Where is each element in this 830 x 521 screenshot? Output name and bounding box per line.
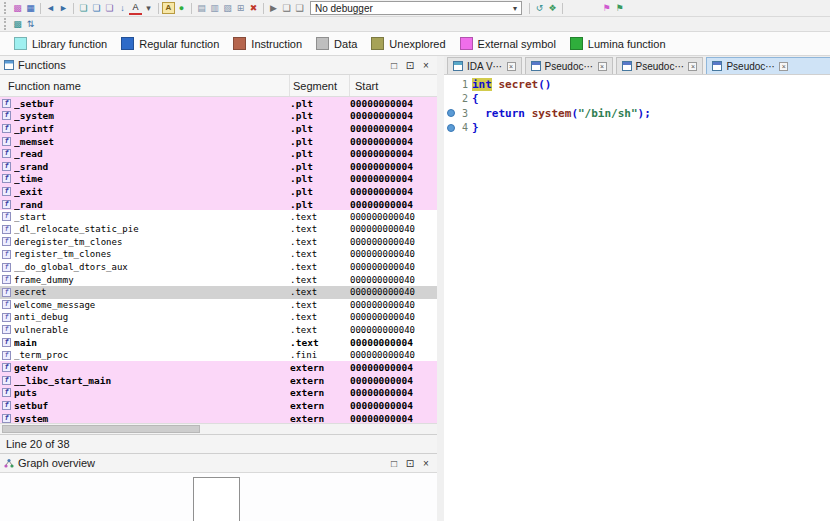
function-start-address: 00000000004 [350,148,437,159]
close-button[interactable]: × [419,58,433,72]
function-name: vulnerable [14,325,290,335]
font-color-icon[interactable]: A [129,2,142,15]
column-segment[interactable]: Segment [290,75,350,96]
function-row-anti_debug[interactable]: fanti_debug.text000000000040 [0,311,437,324]
cancel-icon[interactable]: ✖ [247,1,260,15]
gutter-spacer [447,80,455,88]
float-button[interactable]: ⊡ [403,456,417,470]
graph-overview-content[interactable] [0,473,437,521]
function-row-__libc_start_main[interactable]: f__libc_start_mainextern00000000004 [0,374,437,387]
window-buttons: □ ⊡ × [387,456,433,470]
function-row-register_tm_clones[interactable]: fregister_tm_clones.text000000000040 [0,248,437,261]
function-row-vulnerable[interactable]: fvulnerable.text000000000040 [0,324,437,337]
open-view-icon[interactable]: ❏ [77,1,90,15]
function-row-_setbuf[interactable]: f_setbuf.plt00000000004 [0,97,437,110]
lumina-icon[interactable]: ● [175,1,188,15]
hex-dump-icon[interactable]: ⊞ [234,1,247,15]
tab-pseudocode-2[interactable]: Pseudoc⋯× [616,57,704,74]
dock-icon[interactable]: ▩ [11,17,24,31]
tab-close-icon[interactable]: × [598,62,607,71]
column-function-name[interactable]: Function name [0,75,290,96]
function-row-_time[interactable]: f_time.plt00000000004 [0,173,437,186]
legend-item-external-symbol: External symbol [460,37,556,50]
function-row-frame_dummy[interactable]: fframe_dummy.text000000000040 [0,273,437,286]
function-row-deregister_tm_clones[interactable]: fderegister_tm_clones.text000000000040 [0,236,437,249]
function-name: anti_debug [14,312,290,322]
segments-icon[interactable]: ▥ [208,1,221,15]
horizontal-scrollbar[interactable] [0,423,437,434]
debugger-selector[interactable]: No debugger▾ [310,1,522,15]
function-row-_dl_relocate_static_pie[interactable]: f_dl_relocate_static_pie.text00000000004… [0,223,437,236]
function-row-main[interactable]: fmain.text00000000004 [0,336,437,349]
float-button[interactable]: ⊡ [403,58,417,72]
legend-item-data: Data [316,37,357,50]
attach-process-icon[interactable]: ❑ [280,1,293,15]
function-row-_start[interactable]: f_start.text000000000040 [0,210,437,223]
legend-item-instruction: Instruction [233,37,302,50]
scrollbar-thumb[interactable] [2,425,200,433]
function-icon: f [2,250,11,259]
function-row-system[interactable]: fsystemextern00000000004 [0,412,437,423]
rename-icon[interactable]: A [162,2,175,14]
tab-close-icon[interactable]: × [688,62,697,71]
function-row-setbuf[interactable]: fsetbufextern00000000004 [0,399,437,412]
function-row-_term_proc[interactable]: f_term_proc.fini000000000040 [0,349,437,362]
panel-splitter[interactable] [437,56,444,521]
tab-pseudocode-1[interactable]: Pseudoc⋯× [525,57,613,74]
legend-item-lumina-function: Lumina function [570,37,666,50]
function-row-puts[interactable]: fputsextern00000000004 [0,387,437,400]
graph-viewport-rect[interactable] [193,477,240,521]
document-icon [531,61,541,71]
code-line-1[interactable]: 1int secret() [444,77,830,92]
flag-pink-icon[interactable]: ⚑ [600,1,613,15]
function-row-_printf[interactable]: f_printf.plt00000000004 [0,122,437,135]
process-options-icon[interactable]: ❑ [293,1,306,15]
function-row-welcome_message[interactable]: fwelcome_message.text000000000040 [0,299,437,312]
refresh-icon[interactable]: ↺ [533,1,546,15]
debugger-windows-icon[interactable]: ❖ [546,1,559,15]
function-row-secret[interactable]: fsecret.text000000000040 [0,286,437,299]
function-row-_rand[interactable]: f_rand.plt00000000004 [0,198,437,211]
code-line-2[interactable]: 2{ [444,92,830,107]
function-row-_srand[interactable]: f_srand.plt00000000004 [0,160,437,173]
navigate-forward-icon[interactable]: ► [57,1,70,15]
chevron-down-icon[interactable]: ▾ [142,1,155,15]
tab-pseudocode-3[interactable]: Pseudoc⋯× [706,57,830,74]
function-row-_system[interactable]: f_system.plt00000000004 [0,110,437,123]
close-button[interactable]: × [419,456,433,470]
code-token [472,107,485,120]
tab-close-icon[interactable]: × [779,62,788,71]
open-hex-icon[interactable]: ❏ [90,1,103,15]
desktop-icon[interactable]: ▩ [11,1,24,15]
function-row-__do_global_dtors_aux[interactable]: f__do_global_dtors_aux.text000000000040 [0,261,437,274]
tab-ida-view[interactable]: IDA V⋯× [447,57,522,74]
jump-icon[interactable]: ↓ [116,1,129,15]
save-icon[interactable]: ▦ [24,1,37,15]
imports-icon[interactable]: ▧ [221,1,234,15]
legend-item-unexplored: Unexplored [371,37,445,50]
flag-green-icon[interactable]: ⚑ [613,1,626,15]
function-list[interactable]: f_setbuf.plt00000000004f_system.plt00000… [0,97,437,423]
minimize-button[interactable]: □ [387,58,401,72]
function-row-_exit[interactable]: f_exit.plt00000000004 [0,185,437,198]
start-process-icon[interactable]: ▶ [267,1,280,15]
toolbar-drag-handle[interactable] [4,18,9,30]
open-structs-icon[interactable]: ❏ [103,1,116,15]
updown-icon[interactable]: ⇅ [24,17,37,31]
toolbar-drag-handle[interactable] [4,2,9,14]
tab-close-icon[interactable]: × [507,62,516,71]
pseudocode-view[interactable]: 1int secret()2{3 return system("/bin/sh"… [444,75,830,521]
functions-status-bar: Line 20 of 38 [0,434,437,454]
strings-icon[interactable]: ▤ [195,1,208,15]
minimize-button[interactable]: □ [387,456,401,470]
column-start[interactable]: Start [350,75,437,96]
navigate-back-icon[interactable]: ◄ [44,1,57,15]
function-row-_read[interactable]: f_read.plt00000000004 [0,147,437,160]
function-start-address: 000000000040 [350,237,437,247]
code-text: { [472,92,479,105]
code-token [525,107,532,120]
function-row-getenv[interactable]: fgetenvextern00000000004 [0,361,437,374]
code-line-4[interactable]: 4} [444,121,830,136]
function-row-_memset[interactable]: f_memset.plt00000000004 [0,135,437,148]
code-line-3[interactable]: 3 return system("/bin/sh"); [444,106,830,121]
